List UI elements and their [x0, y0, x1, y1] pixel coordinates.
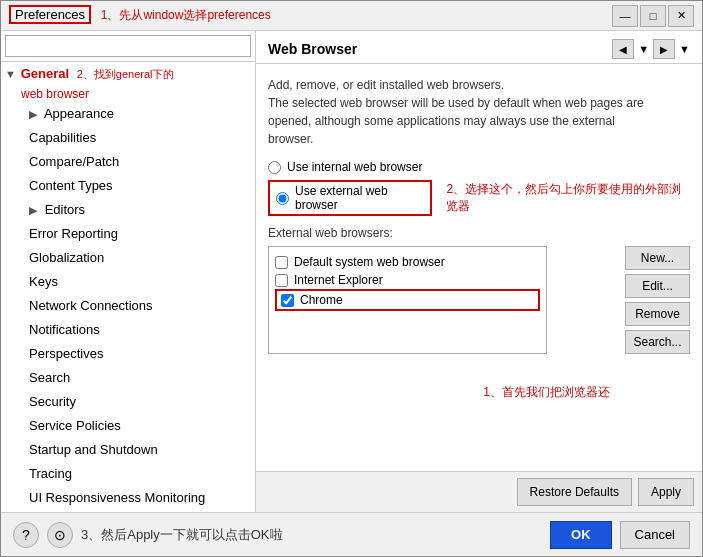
desc-text: Add, remove, or edit installed web brows… [268, 78, 644, 146]
notifications-label: Notifications [29, 322, 100, 337]
right-panel: Web Browser ◀ ▼ ▶ ▼ Add, remove, or edit… [256, 31, 702, 512]
step2-radio-annotation: 2、选择这个，然后勾上你所要使用的外部浏览器 [446, 181, 690, 215]
chrome-label[interactable]: Chrome [300, 293, 343, 307]
ui-responsiveness-label: UI Responsiveness Monitoring [29, 490, 205, 505]
preferences-title-label: Preferences [9, 5, 91, 24]
panel-body: Add, remove, or edit installed web brows… [256, 64, 702, 471]
service-policies-label: Service Policies [29, 418, 121, 433]
panel-description: Add, remove, or edit installed web brows… [268, 76, 690, 148]
settings-icon[interactable]: ⊙ [47, 522, 73, 548]
sidebar: ▼ General 2、找到general下的 web browser ▶ Ap… [1, 31, 256, 512]
startup-shutdown-label: Startup and Shutdown [29, 442, 158, 457]
editors-label: Editors [45, 202, 85, 217]
nav-dropdown: ▼ [679, 43, 690, 55]
external-browser-option: Use external web browser 2、选择这个，然后勾上你所要使… [268, 180, 690, 216]
external-browser-label[interactable]: Use external web browser [295, 184, 424, 212]
browser-item-ie: Internet Explorer [275, 271, 540, 289]
sidebar-item-ui-responsiveness[interactable]: UI Responsiveness Monitoring [1, 486, 255, 510]
restore-defaults-button[interactable]: Restore Defaults [517, 478, 632, 506]
window-title: Preferences 1、先从window选择preferences [9, 7, 612, 24]
side-buttons: New... Edit... Remove Search... [625, 246, 690, 354]
help-icon[interactable]: ? [13, 522, 39, 548]
search-label: Search [29, 370, 70, 385]
sidebar-item-general[interactable]: ▼ General 2、找到general下的 [1, 62, 255, 86]
search-input[interactable] [5, 35, 251, 57]
sidebar-item-notifications[interactable]: Notifications [1, 318, 255, 342]
panel-nav: ◀ ▼ ▶ ▼ [612, 39, 690, 59]
restore-annotation-container: 1、首先我们把浏览器还 [268, 384, 690, 401]
general-label: General [21, 66, 69, 81]
search-button[interactable]: Search... [625, 330, 690, 354]
nav-separator: ▼ [638, 43, 649, 55]
sidebar-item-tracing[interactable]: Tracing [1, 462, 255, 486]
tracing-label: Tracing [29, 466, 72, 481]
chrome-checkbox[interactable] [281, 294, 294, 307]
sidebar-item-keys[interactable]: Keys [1, 270, 255, 294]
ie-checkbox[interactable] [275, 274, 288, 287]
expand-icon-appearance: ▶ [29, 104, 41, 124]
default-system-label[interactable]: Default system web browser [294, 255, 445, 269]
sidebar-item-content-types[interactable]: Content Types [1, 174, 255, 198]
expand-icon: ▼ [5, 64, 17, 84]
remove-button[interactable]: Remove [625, 302, 690, 326]
browsers-area: Default system web browser Internet Expl… [268, 246, 690, 354]
maximize-button[interactable]: □ [640, 5, 666, 27]
internal-browser-option: Use internal web browser [268, 160, 690, 174]
sidebar-item-security[interactable]: Security [1, 390, 255, 414]
sidebar-item-search[interactable]: Search [1, 366, 255, 390]
appearance-label: Appearance [44, 106, 114, 121]
perspectives-label: Perspectives [29, 346, 103, 361]
sidebar-item-appearance[interactable]: ▶ Appearance [1, 102, 255, 126]
external-browser-radio[interactable] [276, 192, 289, 205]
sidebar-item-compare-patch[interactable]: Compare/Patch [1, 150, 255, 174]
edit-button[interactable]: Edit... [625, 274, 690, 298]
step2-annotation: 2、找到general下的 [77, 68, 175, 80]
browser-radio-group: Use internal web browser Use external we… [268, 160, 690, 216]
default-system-checkbox[interactable] [275, 256, 288, 269]
keys-label: Keys [29, 274, 58, 289]
step1-annotation: 1、先从window选择preferences [101, 8, 271, 22]
network-connections-label: Network Connections [29, 298, 153, 313]
sidebar-item-globalization[interactable]: Globalization [1, 246, 255, 270]
apply-button[interactable]: Apply [638, 478, 694, 506]
web-browser-annotation-text: web browser [1, 86, 255, 102]
sidebar-item-network-connections[interactable]: Network Connections [1, 294, 255, 318]
content-types-label: Content Types [29, 178, 113, 193]
capabilities-label: Capabilities [29, 130, 96, 145]
search-box [1, 31, 255, 62]
browsers-section: External web browsers: Default system we… [268, 226, 690, 354]
browsers-list: Default system web browser Internet Expl… [268, 246, 547, 354]
internal-browser-label[interactable]: Use internal web browser [287, 160, 422, 174]
compare-patch-label: Compare/Patch [29, 154, 119, 169]
browser-item-default: Default system web browser [275, 253, 540, 271]
panel-footer: Restore Defaults Apply [256, 471, 702, 512]
close-button[interactable]: ✕ [668, 5, 694, 27]
expand-icon-editors: ▶ [29, 200, 41, 220]
cancel-button[interactable]: Cancel [620, 521, 690, 549]
title-bar: Preferences 1、先从window选择preferences — □ … [1, 1, 702, 31]
sidebar-item-service-policies[interactable]: Service Policies [1, 414, 255, 438]
panel-title: Web Browser [268, 41, 357, 57]
internal-browser-radio[interactable] [268, 161, 281, 174]
ie-label[interactable]: Internet Explorer [294, 273, 383, 287]
nav-forward-button[interactable]: ▶ [653, 39, 675, 59]
error-reporting-label: Error Reporting [29, 226, 118, 241]
main-content: ▼ General 2、找到general下的 web browser ▶ Ap… [1, 31, 702, 512]
ok-button[interactable]: OK [550, 521, 612, 549]
sidebar-item-error-reporting[interactable]: Error Reporting [1, 222, 255, 246]
sidebar-item-perspectives[interactable]: Perspectives [1, 342, 255, 366]
minimize-button[interactable]: — [612, 5, 638, 27]
new-button[interactable]: New... [625, 246, 690, 270]
bottom-bar: ? ⊙ 3、然后Apply一下就可以点击OK啦 OK Cancel [1, 512, 702, 556]
sidebar-item-editors[interactable]: ▶ Editors [1, 198, 255, 222]
sidebar-item-capabilities[interactable]: Capabilities [1, 126, 255, 150]
preferences-window: Preferences 1、先从window选择preferences — □ … [0, 0, 703, 557]
external-browsers-label: External web browsers: [268, 226, 690, 240]
panel-header: Web Browser ◀ ▼ ▶ ▼ [256, 31, 702, 64]
security-label: Security [29, 394, 76, 409]
bottom-annotation: 3、然后Apply一下就可以点击OK啦 [81, 526, 542, 544]
nav-back-button[interactable]: ◀ [612, 39, 634, 59]
globalization-label: Globalization [29, 250, 104, 265]
sidebar-item-startup-shutdown[interactable]: Startup and Shutdown [1, 438, 255, 462]
external-browser-border: Use external web browser [268, 180, 432, 216]
